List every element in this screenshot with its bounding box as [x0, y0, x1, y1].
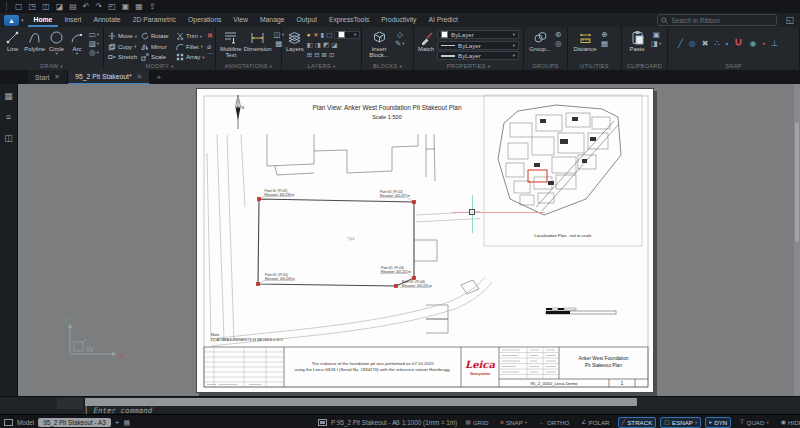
canvas-scrollbar[interactable] [794, 84, 800, 396]
save-icon[interactable]: ◫ [42, 3, 50, 11]
layer-off-icon[interactable]: ◩ [323, 41, 329, 48]
id-point-icon[interactable]: ⊕ [601, 31, 607, 38]
layer-unisolate-icon[interactable]: ◨ [315, 41, 321, 48]
circle-button[interactable]: Circle▾ [48, 30, 65, 55]
menu-tab-operations[interactable]: Operations [182, 13, 227, 27]
app-menu-caret-icon[interactable]: ▾ [21, 17, 24, 23]
layout-paper-sheet[interactable]: N Plan View: Anker West Foundation Pit S… [196, 88, 654, 393]
snap-endpoint-icon[interactable]: ▪ [762, 40, 765, 48]
move-button[interactable]: Move▾ [108, 31, 138, 42]
new-layout-button[interactable]: + [115, 418, 120, 427]
quad-caret[interactable]: ▾ [766, 420, 768, 425]
doc-tab-start[interactable]: Start ✕ [28, 70, 68, 84]
linetype-dropdown-caret[interactable]: ▾ [513, 43, 515, 48]
rotate-button[interactable]: Rotate [141, 31, 173, 42]
layer-match-icon[interactable]: ⊞ [307, 51, 312, 58]
close-tab-icon[interactable]: ✕ [54, 73, 60, 81]
line-button[interactable]: Line [4, 30, 21, 52]
menu-tab-insert[interactable]: Insert [58, 13, 87, 27]
mirror-button[interactable]: Mirror [141, 42, 173, 53]
match-properties-button[interactable]: Match [418, 30, 434, 52]
layer-freeze-icon[interactable]: ☀ [313, 31, 319, 38]
group-button[interactable]: Group... [528, 30, 552, 52]
layers-button[interactable]: Layers [286, 30, 304, 52]
draw-panel-caret[interactable]: ▾ [60, 64, 63, 69]
paste-icon[interactable]: ▦ [135, 3, 143, 11]
open-drawing-icon[interactable]: ◳ [29, 3, 37, 11]
layer-select-dropdown[interactable]: ▾ [334, 31, 360, 39]
layers-panel-caret[interactable]: ▾ [333, 64, 336, 69]
ungroup-icon[interactable]: ⊚ [555, 31, 561, 38]
menu-tab-manage[interactable]: Manage [254, 13, 291, 27]
layer-merge-icon[interactable]: ⊠ [322, 51, 327, 58]
stretch-button[interactable]: Stretch [108, 52, 138, 63]
snap-node-icon[interactable]: ∴ [715, 40, 720, 48]
menu-tab-annotate[interactable]: Annotate [87, 13, 126, 27]
layer-dropdown-caret[interactable]: ▾ [354, 32, 356, 37]
linetype-dropdown[interactable]: ByLayer▾ [437, 41, 519, 50]
close-tab-icon[interactable]: ✕ [137, 73, 143, 81]
rectangle-tool-icon[interactable]: ▭▾ [89, 31, 99, 38]
circle-flyout-caret[interactable]: ▾ [56, 52, 58, 55]
distance-button[interactable]: Distance [572, 30, 598, 52]
doc-tab-current-drawing[interactable]: 95_2 Pit Stakeout* ✕ [68, 70, 150, 84]
paste-button[interactable]: Paste [626, 30, 648, 52]
layer-color-icon[interactable]: ▢ [326, 31, 332, 38]
app-logo[interactable]: ▲ [4, 15, 19, 26]
layout-tab-active[interactable]: 95_2 Pit Stakeout - A3 [38, 418, 111, 427]
insert-block-button[interactable]: Insert Block... [366, 30, 392, 58]
copy-clip-icon[interactable]: ▣ [653, 31, 660, 38]
trim-button[interactable]: Trim▾ [176, 31, 204, 42]
model-tab[interactable]: Model [17, 419, 34, 426]
annotation-scale[interactable]: 1:1000 (1mm = 1m) [402, 419, 457, 426]
color-dropdown-caret[interactable]: ▾ [513, 32, 515, 37]
snap-sphere-icon[interactable]: ◉ [749, 40, 756, 48]
polyline-button[interactable]: Polyline [24, 30, 45, 52]
settings-sliders-icon[interactable]: ≡ [6, 113, 11, 122]
cut-clip-icon[interactable]: ◨▾ [651, 40, 661, 47]
menu-tab-ai-predict[interactable]: AI Predict [422, 13, 463, 27]
snap-nearest-icon[interactable]: ╱ [678, 40, 683, 48]
command-history-bar[interactable] [85, 398, 637, 406]
ribbon-search[interactable] [657, 14, 777, 26]
toggle-grid[interactable]: ▦GRID [461, 417, 492, 428]
new-drawing-icon[interactable]: ▢ [15, 3, 23, 11]
dimension-button[interactable]: Dimension [245, 30, 271, 52]
layers-panel-icon[interactable]: ◫ [4, 134, 13, 143]
layout-list-icon[interactable]: ▦ [124, 419, 131, 426]
undo-icon[interactable]: ↶ [83, 3, 90, 11]
menu-tab-expresstools[interactable]: ExpressTools [323, 13, 375, 27]
search-input[interactable] [671, 17, 763, 24]
ellipse-tool-icon[interactable]: ◎▾ [89, 49, 99, 56]
hatch-tool-icon[interactable]: ▨▾ [89, 40, 99, 47]
drawing-canvas[interactable]: N Plan View: Anker West Foundation Pit S… [18, 84, 800, 396]
menu-tab-view[interactable]: View [227, 13, 254, 27]
new-tab-button[interactable]: + [150, 70, 167, 84]
block-edit-icon[interactable]: ◇ [397, 31, 403, 38]
layer-previous-icon[interactable]: ⊟ [314, 51, 319, 58]
properties-panel-caret[interactable]: ▾ [488, 64, 491, 69]
toggle-snap[interactable]: ■SNAP▾ [496, 417, 531, 428]
esnap-caret[interactable]: ▾ [695, 420, 697, 425]
ribbon-options-icon[interactable]: ◱ [785, 15, 794, 25]
layer-on-icon[interactable]: ● [307, 31, 311, 38]
lineweight-dropdown[interactable]: ByLayer▾ [437, 51, 519, 60]
annotations-panel-caret[interactable]: ▾ [270, 64, 273, 69]
publish-icon[interactable]: ⇪ [149, 3, 156, 11]
xref-icon[interactable]: ◰ [108, 3, 116, 11]
array-button[interactable]: Array▾ [176, 52, 204, 63]
group-edit-icon[interactable]: ◎ [555, 40, 562, 47]
plot-icon[interactable]: ▤ [69, 3, 77, 11]
snap-perpendicular-icon[interactable]: ⊥ [771, 40, 778, 48]
layer-lock-icon[interactable]: ▮ [320, 31, 324, 38]
panels-icon[interactable]: ▦ [4, 92, 13, 101]
arc-flyout-caret[interactable]: ▾ [76, 52, 78, 55]
snap-intersection-icon[interactable]: ✖ [702, 40, 709, 48]
command-panel-grip[interactable] [57, 398, 83, 409]
snap-caret[interactable]: ▾ [525, 420, 527, 425]
current-space-label[interactable]: P:95_2 Pit Stakeout - A3 [331, 419, 400, 426]
snap-point-icon[interactable]: • [726, 40, 729, 48]
menu-tab-output[interactable]: Output [290, 13, 322, 27]
toggle-hide-entities[interactable]: ◉HIDE ENTITIES [777, 417, 800, 428]
toggle-strack[interactable]: ╱STRACK [618, 417, 657, 428]
